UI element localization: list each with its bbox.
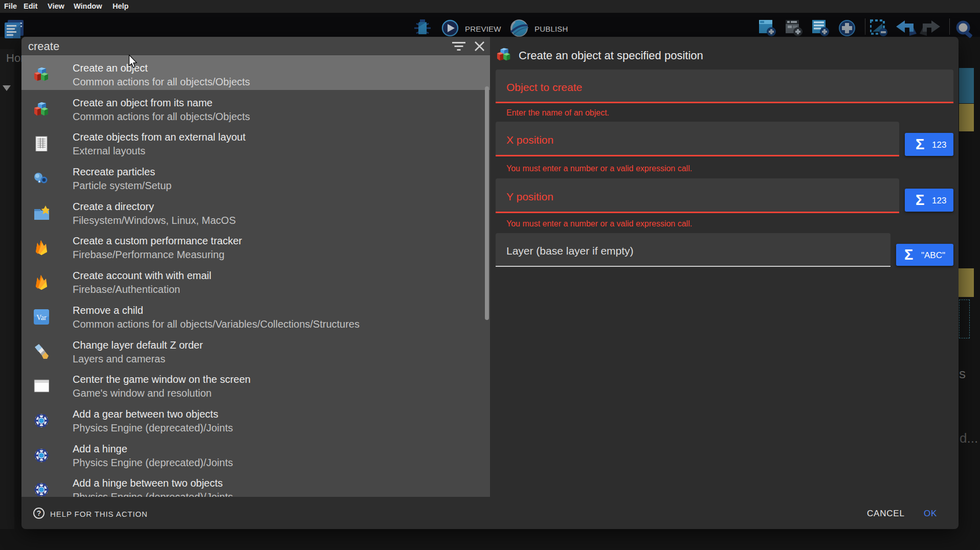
svg-text:?: ? <box>37 509 41 517</box>
